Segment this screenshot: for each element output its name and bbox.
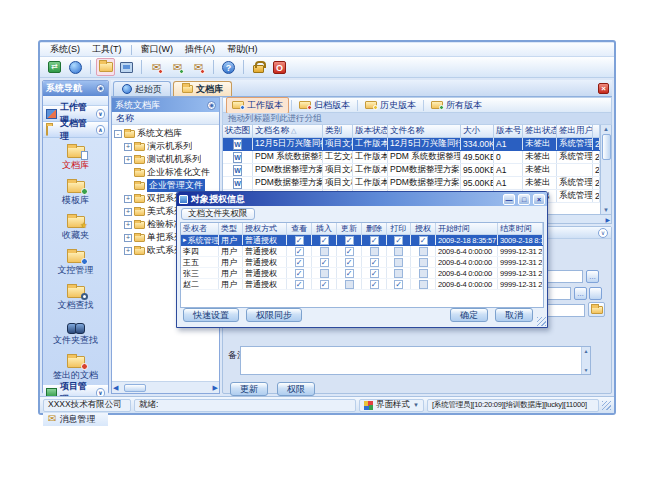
column-header[interactable]: 签出状态 [523,125,557,137]
connection-button[interactable]: ⇄ [45,58,64,76]
collapse-panel-icon[interactable]: ∨ [598,228,608,238]
expand-icon[interactable]: + [124,234,132,242]
message-new-button[interactable]: ✉ [147,58,166,76]
scroll-right-icon[interactable]: ▶ [605,216,610,223]
perm-checkbox-insert[interactable]: ✓ [320,258,329,267]
scrollbar-thumb[interactable] [602,134,611,160]
column-header[interactable]: 开始时间 [436,223,498,234]
all-version-button[interactable]: 所有版本 [426,98,487,113]
tree-node-root[interactable]: - 系统文档库 [114,127,219,140]
perm-checkbox-print[interactable]: ✓ [394,280,403,289]
cancel-button[interactable]: 取消 [495,308,533,322]
scroll-right-icon[interactable]: ▶ [213,384,218,392]
archive-version-button[interactable]: 归档版本 [294,98,355,113]
perm-checkbox-insert[interactable] [320,269,329,278]
menu-system[interactable]: 系统(S) [44,42,86,57]
column-header[interactable]: 文件名称 [388,125,461,137]
group-by-bar[interactable]: 拖动列标题到此进行分组 [222,113,612,125]
expand-icon[interactable]: + [124,195,132,203]
browse-icon[interactable]: … [586,270,599,283]
menu-window[interactable]: 窗口(W) [135,42,180,57]
dialog-title-bar[interactable]: 对象授权信息 — □ × [177,192,547,206]
minimize-icon[interactable]: — [503,194,515,205]
browse-icon[interactable]: … [574,287,587,300]
collapse-icon[interactable]: - [114,130,122,138]
perm-checkbox-delete[interactable] [370,247,379,256]
resize-grip[interactable] [602,401,611,410]
expand-icon[interactable]: + [124,156,132,164]
open-folder-button[interactable] [588,302,605,317]
column-header[interactable]: 查看 [287,223,312,234]
perm-checkbox-update[interactable]: ✓ [345,236,354,245]
expand-icon[interactable]: + [124,221,132,229]
perm-checkbox-update[interactable] [345,280,354,289]
perm-checkbox-update[interactable]: ✓ [345,269,354,278]
table-row[interactable]: W 12月5日万兴隆同行... 项目文档 工作版本 12月5日万兴隆同行... … [223,138,600,151]
tree-node[interactable]: 企业标准化文件 [134,166,219,179]
quick-setup-button[interactable]: 快速设置 [183,308,239,322]
pin-icon[interactable]: ◉ [96,84,105,93]
scroll-up-icon[interactable]: ▲ [584,348,589,354]
column-header[interactable] [593,125,600,137]
perm-checkbox-grant[interactable] [419,258,428,267]
perm-checkbox-grant[interactable] [419,247,428,256]
lock-button[interactable] [249,58,268,76]
permission-row[interactable]: 李四 用户 普通授权 ✓ ✓ 2009-6-4 0:00:00 9999-12-… [181,246,543,257]
textarea-scrollbar[interactable]: ▲ ▼ [581,347,590,374]
message-open-button[interactable]: ✉ [168,58,187,76]
history-version-button[interactable]: 历史版本 [360,98,421,113]
perm-checkbox-delete[interactable]: ✓ [370,269,379,278]
column-header[interactable]: 签出用户 [557,125,593,137]
permission-row[interactable]: 张三 用户 普通授权 ✓ ✓ ✓ 2009-6-4 0:00:00 9999-1… [181,268,543,279]
menu-help[interactable]: 帮助(H) [221,42,264,57]
column-header[interactable]: 状态图 [223,125,253,137]
column-header[interactable]: 授权 [411,223,436,234]
perm-checkbox-print[interactable] [394,247,403,256]
work-version-button[interactable]: 工作版本 [226,97,289,114]
perm-checkbox-update[interactable]: ✓ [345,258,354,267]
perm-checkbox-grant[interactable] [419,269,428,278]
column-header[interactable]: 版本状态 [353,125,388,137]
tab-doc-library[interactable]: 文档库 [173,81,232,96]
message-all-button[interactable]: ✉ [189,58,208,76]
column-header[interactable]: 打印 [387,223,411,234]
menu-tools[interactable]: 工具(T) [86,42,128,57]
perm-checkbox-view[interactable]: ✓ [295,280,304,289]
table-row[interactable]: W PDM数据整理方案2.doc 项目文档 工作版本 PDM数据整理方案2.do… [223,177,600,190]
perm-checkbox-delete[interactable]: ✓ [370,258,379,267]
perm-checkbox-insert[interactable] [320,247,329,256]
sidebar-item-doc-library[interactable]: 文档库 [43,140,108,175]
sidebar-item-doc-control[interactable]: 文控管理 [43,245,108,280]
perm-checkbox-insert[interactable]: ✓ [320,280,329,289]
column-header[interactable]: 更新 [337,223,362,234]
scrollbar-thumb[interactable] [124,384,146,392]
scroll-left-icon[interactable]: ◀ [113,384,118,392]
perm-checkbox-print[interactable] [394,258,403,267]
tree-column-header[interactable]: 名称 [112,112,219,125]
clear-icon[interactable] [589,287,602,300]
permission-button[interactable]: 权限 [277,382,315,396]
column-header[interactable]: 类型 [219,223,243,234]
sidebar-item-folder-search[interactable]: 文件夹查找 [43,315,108,350]
scroll-up-icon[interactable]: ▲ [603,126,609,132]
permission-row[interactable]: 赵二 用户 普通授权 ✓ ✓ ✓ ✓ 2009-6-4 0:00:00 9999… [181,279,543,290]
perm-checkbox-delete[interactable]: ✓ [370,236,379,245]
tab-folder-permissions[interactable]: 文档文件夹权限 [181,208,255,220]
close-icon[interactable]: × [533,194,545,205]
menu-plugin[interactable]: 插件(A) [179,42,221,57]
home-page-button[interactable] [66,58,85,76]
permission-row[interactable]: 王五 用户 普通授权 ✓ ✓ ✓ ✓ 2009-6-4 0:00:00 9999… [181,257,543,268]
scroll-down-icon[interactable]: ▼ [584,367,589,373]
column-header[interactable]: 大小 [461,125,494,137]
perm-sync-button[interactable]: 权限同步 [246,308,302,322]
sidebar-item-template-library[interactable]: 模板库 [43,175,108,210]
update-button[interactable]: 更新 [230,382,268,396]
pin-icon[interactable]: ◉ [207,101,216,110]
tab-start-page[interactable]: 起始页 [113,81,171,96]
remark-textarea[interactable]: ▲ ▼ [240,346,591,375]
column-header[interactable]: 结束时间 [498,223,543,234]
sidebar-item-doc-search[interactable]: 文档查找 [43,280,108,315]
doc-library-button[interactable] [96,58,115,76]
column-header[interactable]: 类别 [323,125,353,137]
nav-group-doc[interactable]: 文档管理 ∧ [43,122,108,138]
